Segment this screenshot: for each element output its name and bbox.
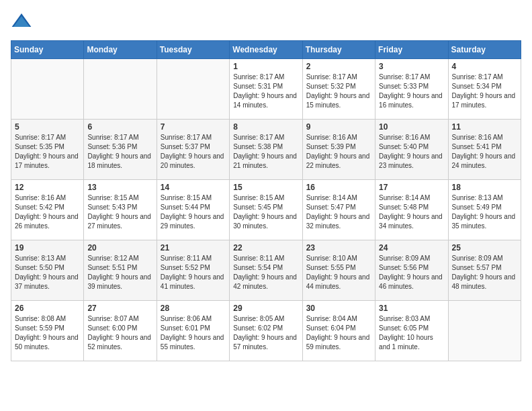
day-number: 19 bbox=[15, 243, 80, 253]
day-number: 21 bbox=[161, 243, 226, 253]
day-info: Sunrise: 8:07 AMSunset: 6:00 PMDaylight:… bbox=[87, 314, 152, 352]
day-info: Sunrise: 8:13 AMSunset: 5:49 PMDaylight:… bbox=[452, 193, 517, 231]
day-number: 16 bbox=[306, 183, 371, 192]
daylight-text: Daylight: 9 hours and 22 minutes. bbox=[306, 152, 371, 171]
sunrise-text: Sunrise: 8:06 AM bbox=[161, 314, 226, 324]
calendar-cell: 16Sunrise: 8:14 AMSunset: 5:47 PMDayligh… bbox=[302, 180, 375, 240]
calendar-cell: 12Sunrise: 8:16 AMSunset: 5:42 PMDayligh… bbox=[11, 180, 84, 240]
sunset-text: Sunset: 5:47 PM bbox=[306, 203, 371, 212]
day-number: 8 bbox=[233, 122, 298, 132]
sunset-text: Sunset: 5:42 PM bbox=[15, 203, 80, 212]
day-info: Sunrise: 8:17 AMSunset: 5:31 PMDaylight:… bbox=[233, 73, 298, 110]
sunrise-text: Sunrise: 8:17 AM bbox=[15, 133, 80, 142]
day-info: Sunrise: 8:09 AMSunset: 5:57 PMDaylight:… bbox=[452, 254, 517, 291]
sunset-text: Sunset: 5:56 PM bbox=[379, 263, 444, 273]
sunset-text: Sunset: 6:02 PM bbox=[233, 324, 298, 333]
day-number: 22 bbox=[233, 243, 298, 253]
week-row-1: 1Sunrise: 8:17 AMSunset: 5:31 PMDaylight… bbox=[11, 59, 521, 120]
daylight-text: Daylight: 10 hours and 1 minute. bbox=[379, 333, 444, 352]
sunrise-text: Sunrise: 8:11 AM bbox=[161, 254, 226, 263]
calendar-cell: 19Sunrise: 8:13 AMSunset: 5:50 PMDayligh… bbox=[11, 240, 84, 301]
day-number: 30 bbox=[306, 304, 371, 313]
sunset-text: Sunset: 5:34 PM bbox=[452, 82, 517, 91]
week-row-5: 26Sunrise: 8:08 AMSunset: 5:59 PMDayligh… bbox=[11, 301, 521, 361]
day-info: Sunrise: 8:17 AMSunset: 5:38 PMDaylight:… bbox=[233, 133, 298, 171]
calendar-cell: 17Sunrise: 8:14 AMSunset: 5:48 PMDayligh… bbox=[375, 180, 448, 240]
sunrise-text: Sunrise: 8:16 AM bbox=[306, 133, 371, 142]
day-info: Sunrise: 8:16 AMSunset: 5:42 PMDaylight:… bbox=[15, 193, 80, 231]
daylight-text: Daylight: 9 hours and 20 minutes. bbox=[161, 152, 226, 171]
day-info: Sunrise: 8:04 AMSunset: 6:04 PMDaylight:… bbox=[306, 314, 371, 352]
day-number: 29 bbox=[233, 304, 298, 313]
sunrise-text: Sunrise: 8:14 AM bbox=[379, 193, 444, 203]
sunrise-text: Sunrise: 8:11 AM bbox=[233, 254, 298, 263]
sunset-text: Sunset: 5:31 PM bbox=[233, 82, 298, 91]
day-number: 9 bbox=[306, 122, 371, 132]
sunset-text: Sunset: 5:59 PM bbox=[15, 324, 80, 333]
day-number: 5 bbox=[15, 122, 80, 132]
sunrise-text: Sunrise: 8:04 AM bbox=[306, 314, 371, 324]
daylight-text: Daylight: 9 hours and 57 minutes. bbox=[233, 333, 298, 352]
sunrise-text: Sunrise: 8:15 AM bbox=[161, 193, 226, 203]
calendar-cell: 28Sunrise: 8:06 AMSunset: 6:01 PMDayligh… bbox=[157, 301, 229, 361]
day-number: 17 bbox=[379, 183, 444, 192]
sunset-text: Sunset: 5:36 PM bbox=[87, 142, 152, 152]
day-number: 7 bbox=[161, 122, 226, 132]
sunset-text: Sunset: 6:00 PM bbox=[87, 324, 152, 333]
day-number: 11 bbox=[452, 122, 517, 132]
day-number: 25 bbox=[452, 243, 517, 253]
week-row-2: 5Sunrise: 8:17 AMSunset: 5:35 PMDaylight… bbox=[11, 120, 521, 180]
sunset-text: Sunset: 5:38 PM bbox=[233, 142, 298, 152]
calendar-cell: 7Sunrise: 8:17 AMSunset: 5:37 PMDaylight… bbox=[157, 120, 229, 180]
calendar-cell: 20Sunrise: 8:12 AMSunset: 5:51 PMDayligh… bbox=[84, 240, 157, 301]
sunrise-text: Sunrise: 8:12 AM bbox=[87, 254, 152, 263]
day-info: Sunrise: 8:05 AMSunset: 6:02 PMDaylight:… bbox=[233, 314, 298, 352]
daylight-text: Daylight: 9 hours and 44 minutes. bbox=[306, 273, 371, 291]
day-number: 20 bbox=[87, 243, 152, 253]
daylight-text: Daylight: 9 hours and 15 minutes. bbox=[306, 91, 371, 110]
sunrise-text: Sunrise: 8:09 AM bbox=[452, 254, 517, 263]
day-info: Sunrise: 8:15 AMSunset: 5:45 PMDaylight:… bbox=[233, 193, 298, 231]
sunrise-text: Sunrise: 8:16 AM bbox=[15, 193, 80, 203]
calendar-cell bbox=[157, 59, 229, 120]
day-number: 15 bbox=[233, 183, 298, 192]
calendar-cell: 24Sunrise: 8:09 AMSunset: 5:56 PMDayligh… bbox=[375, 240, 448, 301]
sunrise-text: Sunrise: 8:08 AM bbox=[15, 314, 80, 324]
daylight-text: Daylight: 9 hours and 34 minutes. bbox=[379, 212, 444, 231]
day-info: Sunrise: 8:09 AMSunset: 5:56 PMDaylight:… bbox=[379, 254, 444, 291]
day-number: 27 bbox=[87, 304, 152, 313]
sunrise-text: Sunrise: 8:09 AM bbox=[379, 254, 444, 263]
sunset-text: Sunset: 5:35 PM bbox=[15, 142, 80, 152]
calendar-cell: 13Sunrise: 8:15 AMSunset: 5:43 PMDayligh… bbox=[84, 180, 157, 240]
sunset-text: Sunset: 5:50 PM bbox=[15, 263, 80, 273]
calendar-cell: 31Sunrise: 8:03 AMSunset: 6:05 PMDayligh… bbox=[375, 301, 448, 361]
calendar-cell: 29Sunrise: 8:05 AMSunset: 6:02 PMDayligh… bbox=[230, 301, 302, 361]
sunset-text: Sunset: 5:39 PM bbox=[306, 142, 371, 152]
daylight-text: Daylight: 9 hours and 24 minutes. bbox=[452, 152, 517, 171]
calendar-cell: 4Sunrise: 8:17 AMSunset: 5:34 PMDaylight… bbox=[448, 59, 521, 120]
logo-icon bbox=[11, 11, 32, 32]
daylight-text: Daylight: 9 hours and 30 minutes. bbox=[233, 212, 298, 231]
day-number: 23 bbox=[306, 243, 371, 253]
sunrise-text: Sunrise: 8:17 AM bbox=[87, 133, 152, 142]
sunrise-text: Sunrise: 8:17 AM bbox=[233, 73, 298, 82]
sunset-text: Sunset: 5:33 PM bbox=[379, 82, 444, 91]
sunrise-text: Sunrise: 8:17 AM bbox=[452, 73, 517, 82]
daylight-text: Daylight: 9 hours and 39 minutes. bbox=[87, 273, 152, 291]
day-info: Sunrise: 8:06 AMSunset: 6:01 PMDaylight:… bbox=[161, 314, 226, 352]
calendar-cell: 21Sunrise: 8:11 AMSunset: 5:52 PMDayligh… bbox=[157, 240, 229, 301]
sunrise-text: Sunrise: 8:07 AM bbox=[87, 314, 152, 324]
day-info: Sunrise: 8:12 AMSunset: 5:51 PMDaylight:… bbox=[87, 254, 152, 291]
calendar-cell: 3Sunrise: 8:17 AMSunset: 5:33 PMDaylight… bbox=[375, 59, 448, 120]
day-info: Sunrise: 8:11 AMSunset: 5:52 PMDaylight:… bbox=[161, 254, 226, 291]
daylight-text: Daylight: 9 hours and 41 minutes. bbox=[161, 273, 226, 291]
calendar-cell: 10Sunrise: 8:16 AMSunset: 5:40 PMDayligh… bbox=[375, 120, 448, 180]
day-info: Sunrise: 8:03 AMSunset: 6:05 PMDaylight:… bbox=[379, 314, 444, 352]
day-info: Sunrise: 8:17 AMSunset: 5:34 PMDaylight:… bbox=[452, 73, 517, 110]
daylight-text: Daylight: 9 hours and 48 minutes. bbox=[452, 273, 517, 291]
sunset-text: Sunset: 5:40 PM bbox=[379, 142, 444, 152]
sunrise-text: Sunrise: 8:17 AM bbox=[233, 133, 298, 142]
calendar-cell: 1Sunrise: 8:17 AMSunset: 5:31 PMDaylight… bbox=[230, 59, 302, 120]
day-info: Sunrise: 8:16 AMSunset: 5:39 PMDaylight:… bbox=[306, 133, 371, 171]
day-info: Sunrise: 8:13 AMSunset: 5:50 PMDaylight:… bbox=[15, 254, 80, 291]
